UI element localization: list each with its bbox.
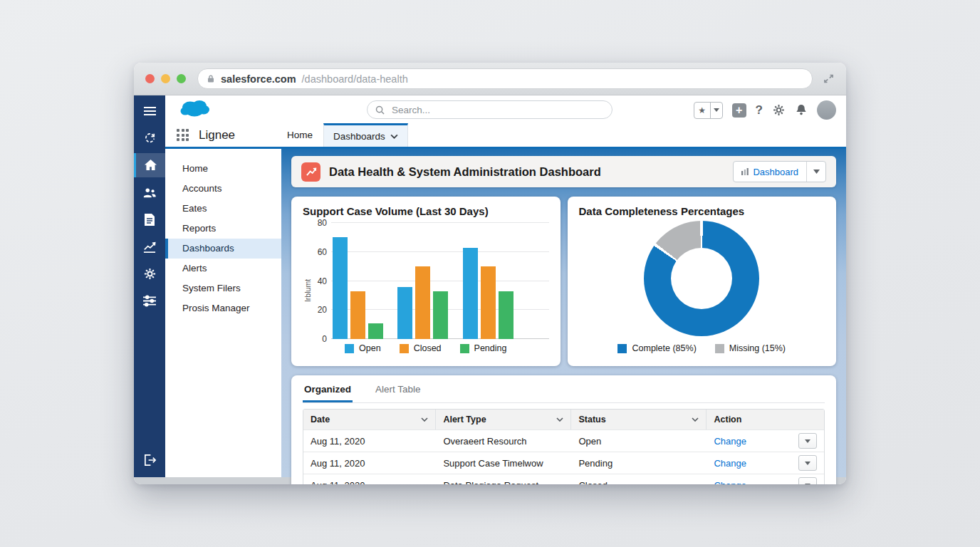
legend-complete: Complete (85%) [617,343,696,353]
column-header-date[interactable]: Date [303,410,436,429]
window-controls [145,74,186,83]
menu-hamburger-icon[interactable] [142,104,157,118]
legend-pending: Pending [460,343,507,353]
setup-gear-icon[interactable] [772,103,786,117]
sidebar-item-dashboards[interactable]: Dashboards [165,239,281,259]
nav-tab-label: Home [287,130,313,140]
app-content-shell: ★ + ? [165,95,846,477]
browser-chrome: salesforce.com/dashboard/data-health [134,63,846,95]
bar-closed-2[interactable] [415,266,430,339]
bar-chart-legend: OpenClosedPending [303,339,549,358]
app-name: Lignee [199,128,235,142]
dashboard-header-card: Data Health & System Administration Dash… [291,156,836,187]
address-bar[interactable]: salesforce.com/dashboard/data-health [197,68,813,89]
sidebar-item-eates[interactable]: Eates [165,199,281,219]
sidebar-item-prosis-manager[interactable]: Prosis Manager [165,298,281,318]
help-question-icon[interactable]: ? [756,103,763,118]
chevron-down-icon[interactable] [692,417,699,422]
table-row: Aug 11, 2020Data Plogiogo RoquestClosedC… [303,474,824,484]
favorites-split-button[interactable]: ★ [694,102,723,119]
zoom-window-button[interactable] [177,74,186,83]
bar-open-3[interactable] [463,248,478,339]
column-header-alert-type[interactable]: Alert Type [436,410,571,429]
change-link[interactable]: Change [714,458,746,469]
rail-document-icon[interactable] [142,212,157,226]
y-axis-ticks: 020406080 [313,223,331,339]
column-header-action[interactable]: Action [707,410,823,429]
dashboard-tile-icon [301,162,320,182]
sidebar-item-alerts[interactable]: Alerts [165,259,281,278]
sidebar-item-reports[interactable]: Reports [165,219,281,239]
cell-alert-type: Data Plogiogo Roquest [436,474,571,484]
legend-label: Complete (85%) [632,343,696,353]
rail-home-icon[interactable] [134,153,165,177]
sidebar-item-system-filers[interactable]: System Filers [165,278,281,298]
sidebar-item-accounts[interactable]: Accounts [165,179,281,199]
close-window-button[interactable] [145,74,155,83]
bar-closed-3[interactable] [481,266,496,339]
table-header-row: DateAlert TypeStatusAction [303,410,824,429]
legend-swatch [715,344,724,353]
nav-tab-home[interactable]: Home [278,123,322,147]
app-launcher-icon[interactable] [177,129,189,141]
bar-open-1[interactable] [333,237,348,339]
dashboard-button[interactable]: Dashboard [734,162,806,182]
alerts-table-card: OrganizedAlert Table DateAlert TypeStatu… [291,375,836,484]
search-input[interactable] [390,104,604,116]
legend-label: Closed [414,343,442,353]
body-row: HomeAccountsEatesReportsDashboardsAlerts… [165,149,846,477]
bar-pending-3[interactable] [499,291,514,339]
rail-chart-icon[interactable] [142,239,157,254]
fullscreen-expand-icon[interactable] [823,73,835,85]
legend-swatch [617,344,627,353]
star-icon[interactable]: ★ [694,103,710,118]
rail-filters-icon[interactable] [142,293,157,308]
sync-icon[interactable] [142,131,157,145]
main-content: Data Health & System Administration Dash… [281,149,846,477]
app-shell: ★ + ? [134,95,846,477]
bar-pending-2[interactable] [433,291,448,339]
y-tick-0: 0 [322,334,327,344]
column-header-status[interactable]: Status [571,410,707,429]
bar-open-2[interactable] [397,287,412,339]
url-domain: salesforce.com [221,73,296,85]
bar-plot-area [331,223,549,339]
tab-alert-table[interactable]: Alert Table [374,382,422,402]
donut-chart-legend: Complete (85%)Missing (15%) [579,339,825,358]
donut-chart [579,217,825,339]
lock-icon [207,74,215,83]
change-link[interactable]: Change [714,436,746,447]
row-menu-button[interactable] [798,433,817,449]
quick-create-plus-icon[interactable]: + [732,103,746,118]
logout-icon[interactable] [142,453,157,467]
bar-chart-card: Support Case Volume (Last 30 Days) Irblu… [291,197,561,366]
chevron-down-icon[interactable] [421,417,428,422]
global-search[interactable] [367,100,612,119]
app-nav-bar: Lignee HomeDashboards [165,123,846,147]
y-tick-40: 40 [318,276,327,286]
legend-missing: Missing (15%) [715,343,786,353]
rail-users-icon[interactable] [142,185,157,199]
row-menu-button[interactable] [798,455,817,471]
user-avatar[interactable] [817,100,836,120]
bar-closed-1[interactable] [350,291,365,339]
dashboard-button-chevron-down-icon[interactable] [806,162,825,182]
donut-chart-title: Data Completeness Percentages [579,205,825,217]
change-link[interactable]: Change [714,480,746,485]
sidebar-item-home[interactable]: Home [165,159,281,179]
legend-label: Missing (15%) [729,343,786,353]
column-label: Date [311,415,330,424]
nav-tab-dashboards[interactable]: Dashboards [323,123,408,147]
notifications-bell-icon[interactable] [795,103,808,117]
favorites-chevron-down-icon[interactable] [710,103,722,118]
chevron-down-icon[interactable] [556,417,563,422]
y-tick-80: 80 [318,218,327,228]
chevron-down-icon [390,134,398,139]
row-menu-button[interactable] [798,477,817,484]
tab-organized[interactable]: Organized [303,382,353,402]
minimize-window-button[interactable] [161,74,170,83]
bar-pending-1[interactable] [368,323,383,339]
cell-date: Aug 11, 2020 [303,452,436,474]
rail-gear-icon[interactable] [142,266,157,281]
cell-action: Change [707,430,823,452]
